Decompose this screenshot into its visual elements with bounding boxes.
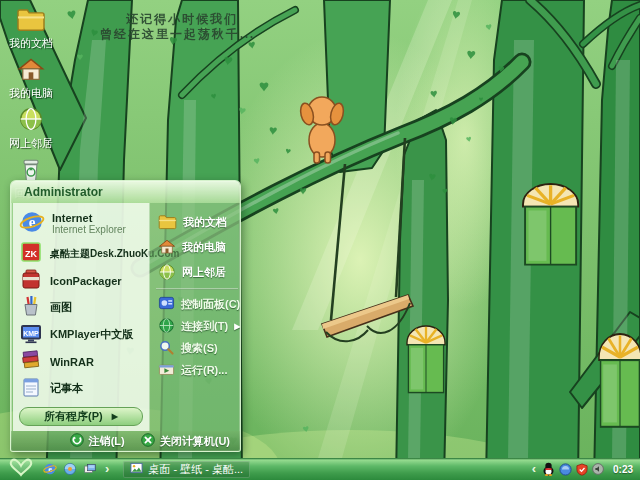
desktop-icon-list: 我的文档 我的电脑 网上邻居 回收站 xyxy=(2,6,62,206)
quick-launch-internet-explorer[interactable]: e xyxy=(43,462,57,476)
log-off-button[interactable]: 注销(L) xyxy=(70,433,125,449)
quick-launch-media-player[interactable] xyxy=(63,462,77,476)
svg-text:ZK: ZK xyxy=(25,248,37,258)
svg-text:KMP: KMP xyxy=(23,329,39,336)
zhuoku-theme-icon: ZK xyxy=(19,240,43,268)
network-places-icon xyxy=(2,106,60,136)
qq-icon xyxy=(542,462,555,476)
submenu-arrow-icon: ▶ xyxy=(234,322,240,331)
quick-launch: e › xyxy=(43,462,111,476)
start-item-paint[interactable]: 画图 xyxy=(13,294,149,321)
run-icon xyxy=(158,362,175,379)
start-item-control-panel[interactable]: 控制面板(C) xyxy=(150,293,241,315)
start-item-winrar[interactable]: WinRAR xyxy=(13,348,149,375)
internet-explorer-icon: e xyxy=(43,462,57,476)
search-icon xyxy=(158,339,175,358)
tray-volume[interactable] xyxy=(592,463,604,475)
start-button[interactable] xyxy=(7,458,35,480)
tray-collapse-chevron[interactable]: ‹ xyxy=(530,464,538,474)
control-panel-icon xyxy=(158,295,175,313)
winrar-icon xyxy=(19,348,43,376)
desktop-icon-my-documents[interactable]: 我的文档 xyxy=(2,6,60,49)
my-documents-icon xyxy=(2,6,60,36)
start-item-search[interactable]: 搜索(S) xyxy=(150,337,241,359)
user-name: Administrator xyxy=(24,185,103,199)
all-programs-button[interactable]: 所有程序(P) ▶ xyxy=(19,407,143,426)
start-menu-pinned-list: e InternetInternet Explorer ZK 桌酷主题Desk.… xyxy=(13,203,149,431)
shutdown-icon xyxy=(141,433,155,449)
wallpaper-caption: 还记得小时候我们 曾经在这里一起荡秋千... xyxy=(100,12,255,42)
messenger-icon xyxy=(559,463,572,476)
start-item-connect-to[interactable]: 连接到(T) ▶ xyxy=(150,315,241,337)
start-item-kmplayer[interactable]: KMP KMPlayer中文版 xyxy=(13,321,149,348)
all-programs-arrow-icon: ▶ xyxy=(112,412,118,421)
security-icon xyxy=(576,463,588,476)
start-menu-places-list: 我的文档 我的电脑 网上邻居 xyxy=(149,203,241,431)
notepad-icon xyxy=(19,375,43,403)
taskbar-clock[interactable]: 0:23 xyxy=(613,464,633,475)
start-menu-body: e InternetInternet Explorer ZK 桌酷主题Desk.… xyxy=(11,203,240,431)
start-menu: Administrator e InternetInternet Explore… xyxy=(10,180,241,452)
tray-qq[interactable] xyxy=(542,462,555,476)
start-item-zhuoku-theme[interactable]: ZK 桌酷主题Desk.ZhuoKu.Com xyxy=(13,240,149,267)
start-item-my-computer[interactable]: 我的电脑 xyxy=(150,235,241,260)
media-player-icon xyxy=(63,462,77,476)
task-button-wallpaper-page[interactable]: 桌面 - 壁纸 - 桌酷... xyxy=(123,461,250,478)
volume-icon xyxy=(592,463,604,475)
network-places-icon xyxy=(158,263,176,283)
connect-to-icon xyxy=(158,317,175,336)
paint-icon xyxy=(19,294,43,322)
desktop-icon-my-computer[interactable]: 我的电脑 xyxy=(2,56,60,99)
log-off-icon xyxy=(70,433,84,449)
picture-icon xyxy=(130,462,143,476)
my-computer-icon xyxy=(2,56,60,86)
start-menu-user-banner: Administrator xyxy=(11,181,240,203)
kmplayer-icon: KMP xyxy=(19,321,43,349)
tray-messenger[interactable] xyxy=(559,463,572,476)
desktop: 还记得小时候我们 曾经在这里一起荡秋千... 我的文档 我的电脑 网上邻居 xyxy=(0,0,640,480)
my-documents-icon xyxy=(158,213,177,232)
desktop-icon-label: 网上邻居 xyxy=(2,137,60,149)
start-item-internet[interactable]: e InternetInternet Explorer xyxy=(13,207,149,240)
quick-launch-expand-chevron[interactable]: › xyxy=(103,464,111,474)
internet-explorer-icon: e xyxy=(19,209,45,239)
taskbar: e › 桌面 - 壁纸 - 桌酷... ‹ xyxy=(0,458,640,480)
desktop-icon-network-places[interactable]: 网上邻居 xyxy=(2,106,60,149)
tray-security[interactable] xyxy=(576,463,588,476)
start-item-my-documents[interactable]: 我的文档 xyxy=(150,210,241,235)
desktop-icon-label: 我的电脑 xyxy=(2,87,60,99)
start-item-run[interactable]: 运行(R)... xyxy=(150,359,241,381)
start-item-iconpackager[interactable]: IconPackager xyxy=(13,267,149,294)
quick-launch-show-desktop[interactable] xyxy=(83,462,97,476)
start-item-network-places[interactable]: 网上邻居 xyxy=(150,260,241,285)
iconpackager-icon xyxy=(19,267,43,295)
caption-line-2: 曾经在这里一起荡秋千... xyxy=(100,27,255,42)
my-computer-icon xyxy=(158,238,176,258)
menu-separator xyxy=(156,288,238,290)
start-item-notepad[interactable]: 记事本 xyxy=(13,375,149,402)
caption-line-1: 还记得小时候我们 xyxy=(126,12,255,27)
show-desktop-icon xyxy=(83,462,97,476)
desktop-icon-label: 我的文档 xyxy=(2,37,60,49)
shutdown-button[interactable]: 关闭计算机(U) xyxy=(141,433,230,449)
start-menu-footer: 注销(L) 关闭计算机(U) xyxy=(11,431,240,451)
system-tray: ‹ 0:23 xyxy=(530,462,640,476)
start-heart-icon xyxy=(7,458,35,480)
